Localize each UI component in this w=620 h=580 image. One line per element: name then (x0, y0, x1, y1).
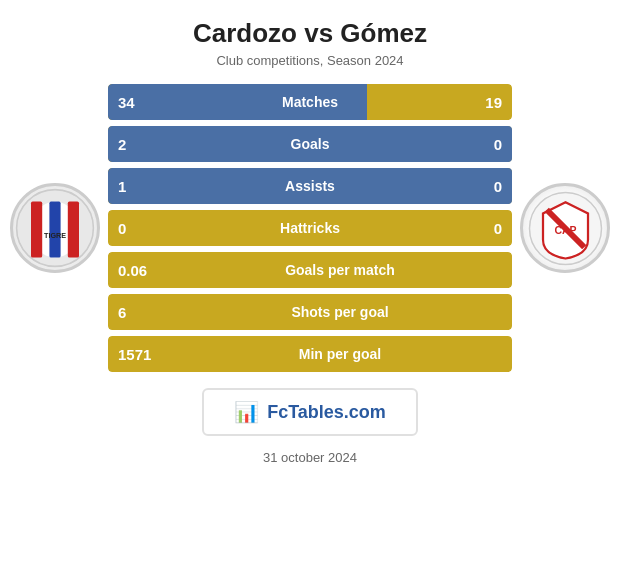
svg-rect-2 (49, 202, 60, 258)
stat-row-min-per-goal: 1571 Min per goal (108, 336, 512, 372)
assists-label: Assists (144, 178, 476, 194)
page-subtitle: Club competitions, Season 2024 (216, 53, 403, 68)
logo-right: CAP (520, 183, 610, 273)
stat-row-goals-per-match: 0.06 Goals per match (108, 252, 512, 288)
fctables-banner: 📊 FcTables.com (202, 388, 418, 436)
fctables-icon: 📊 (234, 400, 259, 424)
svg-rect-4 (68, 202, 79, 258)
mpg-label: Min per goal (168, 346, 512, 362)
mpg-left-val: 1571 (108, 346, 168, 363)
logo-left: TIGRE (10, 183, 100, 273)
stat-row-shots-per-goal: 6 Shots per goal (108, 294, 512, 330)
svg-text:TIGRE: TIGRE (44, 231, 66, 240)
stat-row-hattricks: 0 Hattricks 0 (108, 210, 512, 246)
date-footer: 31 october 2024 (263, 450, 357, 465)
goals-right-val: 0 (476, 136, 512, 153)
hattricks-right-val: 0 (476, 220, 512, 237)
stat-row-matches: 34 Matches 19 (108, 84, 512, 120)
gpm-left-val: 0.06 (108, 262, 168, 279)
gpm-label: Goals per match (168, 262, 512, 278)
matches-right-val: 19 (476, 94, 512, 111)
assists-left-val: 1 (108, 178, 144, 195)
hattricks-left-val: 0 (108, 220, 144, 237)
matches-left-val: 34 (108, 94, 144, 111)
spg-left-val: 6 (108, 304, 168, 321)
goals-label: Goals (144, 136, 476, 152)
fctables-text: FcTables.com (267, 402, 386, 423)
matches-label: Matches (144, 94, 476, 110)
stat-row-assists: 1 Assists 0 (108, 168, 512, 204)
stat-row-goals: 2 Goals 0 (108, 126, 512, 162)
svg-text:CAP: CAP (554, 223, 576, 235)
hattricks-label: Hattricks (144, 220, 476, 236)
goals-left-val: 2 (108, 136, 144, 153)
svg-rect-3 (31, 202, 42, 258)
spg-label: Shots per goal (168, 304, 512, 320)
stats-section: 34 Matches 19 2 Goals 0 1 Assi (108, 84, 512, 372)
assists-right-val: 0 (476, 178, 512, 195)
page-title: Cardozo vs Gómez (193, 18, 427, 49)
